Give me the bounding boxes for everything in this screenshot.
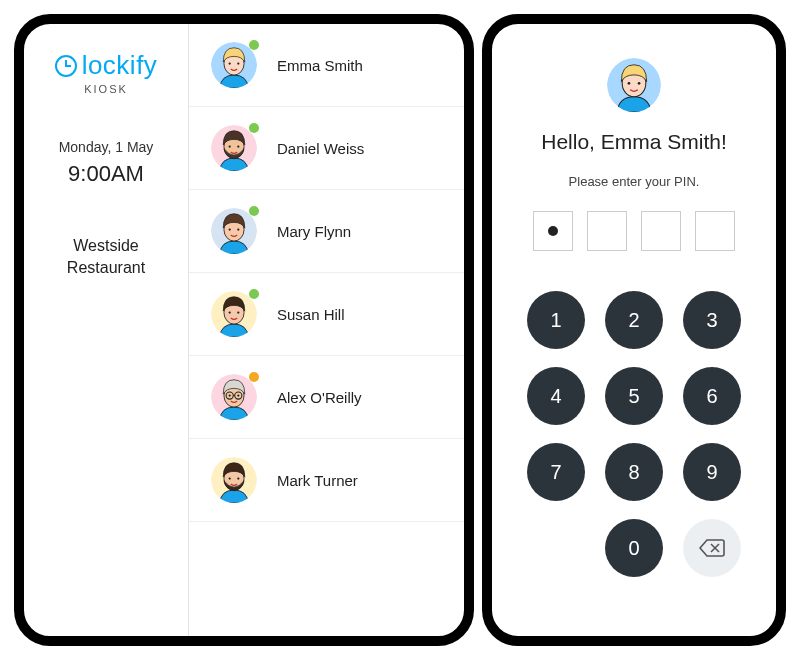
status-dot-icon bbox=[249, 289, 259, 299]
svg-point-15 bbox=[237, 311, 239, 313]
svg-point-11 bbox=[237, 228, 239, 230]
user-name-label: Alex O'Reilly bbox=[277, 389, 362, 406]
avatar bbox=[211, 125, 257, 171]
status-dot-icon bbox=[249, 206, 259, 216]
date-label: Monday, 1 May bbox=[34, 139, 178, 155]
brand-name: lockify bbox=[82, 50, 158, 81]
time-label: 9:00AM bbox=[34, 161, 178, 187]
pin-input[interactable] bbox=[533, 211, 735, 251]
keypad-digit-9[interactable]: 9 bbox=[683, 443, 741, 501]
location-line-1: Westside bbox=[34, 235, 178, 257]
user-name-label: Mark Turner bbox=[277, 472, 358, 489]
pin-digit-box bbox=[587, 211, 627, 251]
user-name-label: Susan Hill bbox=[277, 306, 345, 323]
user-name-label: Mary Flynn bbox=[277, 223, 351, 240]
svg-point-3 bbox=[237, 62, 239, 64]
svg-point-6 bbox=[229, 145, 231, 147]
user-row[interactable]: Susan Hill bbox=[189, 273, 464, 356]
keypad-spacer bbox=[527, 519, 585, 577]
avatar bbox=[211, 457, 257, 503]
user-row[interactable]: Alex O'Reilly bbox=[189, 356, 464, 439]
keypad-digit-0[interactable]: 0 bbox=[605, 519, 663, 577]
pin-digit-box bbox=[533, 211, 573, 251]
keypad-digit-8[interactable]: 8 bbox=[605, 443, 663, 501]
keypad-digit-3[interactable]: 3 bbox=[683, 291, 741, 349]
avatar bbox=[211, 42, 257, 88]
user-name-label: Emma Smith bbox=[277, 57, 363, 74]
svg-point-10 bbox=[229, 228, 231, 230]
keypad-digit-6[interactable]: 6 bbox=[683, 367, 741, 425]
svg-point-7 bbox=[237, 145, 239, 147]
pin-digit-box bbox=[641, 211, 681, 251]
keypad-digit-5[interactable]: 5 bbox=[605, 367, 663, 425]
logo: lockify bbox=[34, 50, 178, 81]
pin-phone: Hello, Emma Smith! Please enter your PIN… bbox=[482, 14, 786, 646]
backspace-icon bbox=[699, 539, 725, 557]
keypad-digit-4[interactable]: 4 bbox=[527, 367, 585, 425]
keypad-digit-2[interactable]: 2 bbox=[605, 291, 663, 349]
status-dot-icon bbox=[249, 123, 259, 133]
keypad-backspace[interactable] bbox=[683, 519, 741, 577]
user-list: Emma Smith Daniel Weiss Mary Flynn Susan… bbox=[189, 24, 464, 636]
svg-point-29 bbox=[628, 82, 631, 85]
location-label: Westside Restaurant bbox=[34, 235, 178, 280]
selected-user-avatar bbox=[607, 58, 661, 112]
location-line-2: Restaurant bbox=[34, 257, 178, 279]
user-row[interactable]: Mary Flynn bbox=[189, 190, 464, 273]
keypad: 1234567890 bbox=[527, 291, 741, 577]
svg-point-2 bbox=[229, 62, 231, 64]
clock-icon bbox=[55, 55, 77, 77]
keypad-digit-7[interactable]: 7 bbox=[527, 443, 585, 501]
svg-point-26 bbox=[237, 477, 239, 479]
svg-point-14 bbox=[229, 311, 231, 313]
avatar bbox=[211, 291, 257, 337]
user-row[interactable]: Daniel Weiss bbox=[189, 107, 464, 190]
datetime-block: Monday, 1 May 9:00AM bbox=[34, 139, 178, 187]
svg-point-19 bbox=[237, 394, 239, 396]
user-name-label: Daniel Weiss bbox=[277, 140, 364, 157]
avatar bbox=[211, 208, 257, 254]
user-row[interactable]: Emma Smith bbox=[189, 24, 464, 107]
pin-digit-box bbox=[695, 211, 735, 251]
svg-point-18 bbox=[229, 394, 231, 396]
svg-point-25 bbox=[229, 477, 231, 479]
sidebar: lockify KIOSK Monday, 1 May 9:00AM Wests… bbox=[24, 24, 189, 636]
pin-filled-dot-icon bbox=[548, 226, 558, 236]
status-dot-icon bbox=[249, 40, 259, 50]
keypad-digit-1[interactable]: 1 bbox=[527, 291, 585, 349]
kiosk-tablet: lockify KIOSK Monday, 1 May 9:00AM Wests… bbox=[14, 14, 474, 646]
status-dot-icon bbox=[249, 372, 259, 382]
brand-subtitle: KIOSK bbox=[34, 83, 178, 95]
avatar bbox=[211, 374, 257, 420]
pin-prompt: Please enter your PIN. bbox=[569, 174, 700, 189]
svg-point-30 bbox=[638, 82, 641, 85]
greeting-text: Hello, Emma Smith! bbox=[541, 130, 727, 154]
user-row[interactable]: Mark Turner bbox=[189, 439, 464, 522]
